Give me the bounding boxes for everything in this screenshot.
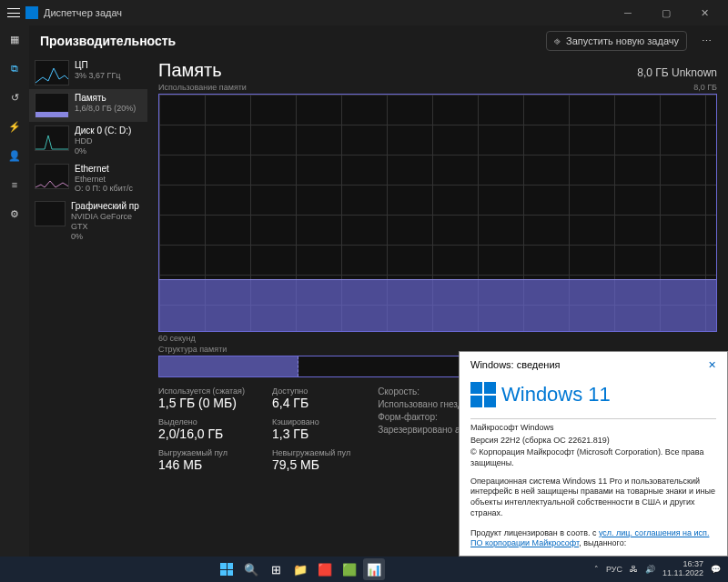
page-title: Производительность bbox=[40, 34, 176, 48]
paged-value: 146 МБ bbox=[158, 457, 245, 472]
nav-startup-icon[interactable]: ⚡ bbox=[6, 118, 23, 135]
disk-sub1: HDD bbox=[75, 136, 131, 146]
task-view-icon[interactable]: ⊞ bbox=[265, 558, 287, 580]
graph-label-right: 8,0 ГБ bbox=[693, 83, 717, 92]
nav-history-icon[interactable]: ↺ bbox=[6, 89, 23, 105]
nonpaged-value: 79,5 МБ bbox=[272, 457, 350, 472]
commit-value: 2,0/16,0 ГБ bbox=[158, 426, 245, 441]
avail-label: Доступно bbox=[272, 386, 350, 396]
app-icon-1[interactable]: 🟥 bbox=[314, 558, 336, 580]
gpu-name: Графический пр bbox=[71, 201, 142, 212]
detail-total: 8,0 ГБ Unknown bbox=[637, 66, 717, 79]
minimize-button[interactable]: ─ bbox=[612, 0, 644, 25]
tray-date[interactable]: 11.11.2022 bbox=[662, 569, 703, 578]
cpu-name: ЦП bbox=[75, 60, 120, 71]
cached-label: Кэшировано bbox=[272, 417, 350, 426]
tray-chevron-icon[interactable]: ˄ bbox=[594, 565, 599, 574]
nav-rail: ▦ ⧉ ↺ ⚡ 👤 ≡ ⚙ bbox=[0, 25, 29, 557]
used-value: 1,5 ГБ (0 МБ) bbox=[158, 396, 245, 410]
winver-title: Windows: сведения bbox=[470, 359, 561, 371]
notifications-icon[interactable]: 💬 bbox=[711, 565, 721, 574]
nav-details-icon[interactable]: ≡ bbox=[6, 176, 23, 193]
gpu-sub1: NVIDIA GeForce GTX bbox=[71, 212, 142, 232]
eth-sub1: Ethernet bbox=[75, 175, 133, 185]
close-button[interactable]: ✕ bbox=[688, 0, 721, 25]
used-label: Используется (сжатая) bbox=[158, 386, 245, 396]
winver-line3: © Корпорация Майкрософт (Microsoft Corpo… bbox=[470, 447, 716, 468]
detail-pane: Память 8,0 ГБ Unknown Использование памя… bbox=[147, 56, 728, 557]
gpu-sub2: 0% bbox=[71, 232, 142, 242]
graph-label-left: Использование памяти bbox=[158, 83, 247, 92]
sidebar-item-gpu[interactable]: Графический прNVIDIA GeForce GTX0% bbox=[29, 197, 147, 245]
system-tray[interactable]: ˄ РУС 🖧 🔊 16:37 11.11.2022 💬 bbox=[594, 560, 721, 578]
windows-logo-icon bbox=[470, 382, 496, 407]
explorer-icon[interactable]: 📁 bbox=[289, 558, 311, 580]
mem-name: Память bbox=[75, 93, 136, 104]
maximize-button[interactable]: ▢ bbox=[650, 0, 682, 25]
new-task-button[interactable]: ⎆ Запустить новую задачу bbox=[546, 31, 687, 51]
taskmgr-taskbar-icon[interactable]: 📊 bbox=[363, 558, 385, 580]
titlebar: Диспетчер задач ─ ▢ ✕ bbox=[0, 0, 728, 25]
network-icon[interactable]: 🖧 bbox=[630, 565, 638, 574]
winver-brand: Windows 11 bbox=[501, 383, 611, 406]
winver-license: Продукт лицензирован в соотв. с усл. лиц… bbox=[470, 528, 716, 549]
winver-close-button[interactable]: ✕ bbox=[708, 359, 716, 371]
winver-dialog: Windows: сведения ✕ Windows 11 Майкрософ… bbox=[459, 351, 728, 557]
page-header: Производительность ⎆ Запустить новую зад… bbox=[29, 25, 728, 56]
sidebar-item-disk[interactable]: Диск 0 (C: D:)HDD0% bbox=[29, 122, 147, 160]
mem-sub: 1,6/8,0 ГБ (20%) bbox=[75, 104, 136, 114]
more-button[interactable]: ⋯ bbox=[696, 32, 717, 51]
disk-sub2: 0% bbox=[75, 146, 131, 156]
nav-services-icon[interactable]: ⚙ bbox=[6, 206, 23, 222]
disk-name: Диск 0 (C: D:) bbox=[75, 125, 131, 136]
cpu-sub: 3% 3,67 ГГц bbox=[75, 71, 120, 81]
graph-axis: 60 секунд bbox=[158, 334, 717, 343]
taskbar: 🔍 ⊞ 📁 🟥 🟩 📊 ˄ РУС 🖧 🔊 16:37 11.11.2022 💬 bbox=[0, 557, 728, 582]
nav-processes-icon[interactable]: ▦ bbox=[6, 31, 23, 47]
winver-line4: Операционная система Windows 11 Pro и по… bbox=[470, 477, 716, 519]
eth-name: Ethernet bbox=[75, 164, 133, 175]
tray-lang[interactable]: РУС bbox=[606, 565, 622, 574]
nav-users-icon[interactable]: 👤 bbox=[6, 147, 23, 164]
sidebar-item-memory[interactable]: Память1,6/8,0 ГБ (20%) bbox=[29, 89, 147, 122]
new-task-label: Запустить новую задачу bbox=[566, 35, 679, 46]
volume-icon[interactable]: 🔊 bbox=[645, 565, 655, 574]
detail-title: Память bbox=[158, 60, 222, 81]
sidebar-item-ethernet[interactable]: EthernetEthernetО: 0 П: 0 кбит/с bbox=[29, 160, 147, 198]
run-icon: ⎆ bbox=[554, 35, 561, 46]
perf-sidebar: ЦП3% 3,67 ГГц Память1,6/8,0 ГБ (20%) Дис… bbox=[29, 56, 147, 557]
search-icon[interactable]: 🔍 bbox=[240, 558, 262, 580]
hamburger-icon[interactable] bbox=[7, 8, 20, 17]
nav-performance-icon[interactable]: ⧉ bbox=[6, 60, 23, 76]
window-title: Диспетчер задач bbox=[44, 7, 122, 18]
app-icon-2[interactable]: 🟩 bbox=[339, 558, 360, 580]
winver-line1: Майкрософт Windows bbox=[470, 423, 716, 434]
paged-label: Выгружаемый пул bbox=[158, 448, 245, 457]
memory-usage-graph[interactable] bbox=[158, 94, 717, 332]
app-icon bbox=[25, 6, 38, 19]
start-button[interactable] bbox=[216, 558, 238, 580]
avail-value: 6,4 ГБ bbox=[272, 396, 350, 410]
commit-label: Выделено bbox=[158, 417, 245, 426]
winver-line2: Версия 22H2 (сборка ОС 22621.819) bbox=[470, 436, 716, 447]
nonpaged-label: Невыгружаемый пул bbox=[272, 448, 350, 457]
sidebar-item-cpu[interactable]: ЦП3% 3,67 ГГц bbox=[29, 56, 147, 89]
eth-sub2: О: 0 П: 0 кбит/с bbox=[75, 184, 133, 194]
cached-value: 1,3 ГБ bbox=[272, 426, 350, 441]
